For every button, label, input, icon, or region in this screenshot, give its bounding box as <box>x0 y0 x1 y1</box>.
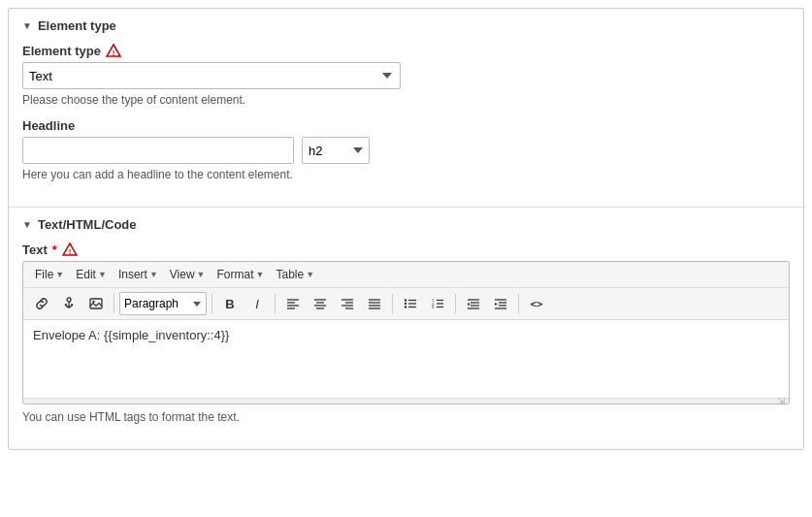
menu-file-arrow: ▼ <box>55 270 64 279</box>
toolbar-anchor-button[interactable] <box>56 292 81 315</box>
menu-edit-arrow: ▼ <box>98 270 107 279</box>
element-type-hint: Please choose the type of content elemen… <box>22 93 790 107</box>
paragraph-format-select[interactable]: Paragraph Heading 1 Heading 2 Heading 3 … <box>119 292 207 315</box>
toolbar-sep-5 <box>455 294 456 313</box>
text-required-marker: * <box>52 242 57 257</box>
element-type-section-header[interactable]: ▼ Element type <box>22 18 790 33</box>
resize-handle[interactable]: ⇲ <box>777 396 785 406</box>
editor-content[interactable]: Envelope A: {{simple_inventory::4}} <box>23 320 789 398</box>
svg-point-4 <box>67 298 71 302</box>
page-wrapper: ▼ Element type Element type ! Text HTML … <box>8 8 804 450</box>
toolbar-link-button[interactable] <box>29 292 54 315</box>
toolbar-sep-1 <box>114 294 114 313</box>
indent-icon <box>494 298 507 309</box>
toolbar-italic-button[interactable]: I <box>244 292 270 315</box>
align-justify-icon <box>368 298 381 309</box>
menu-insert-arrow: ▼ <box>149 270 158 279</box>
menu-format[interactable]: Format ▼ <box>211 266 271 283</box>
menu-view-arrow: ▼ <box>197 270 206 279</box>
section2-title: Text/HTML/Code <box>38 217 137 232</box>
menu-file[interactable]: File ▼ <box>29 266 70 283</box>
text-section: ▼ Text/HTML/Code Text* ! File <box>9 208 803 449</box>
editor-menubar: File ▼ Edit ▼ Insert ▼ View ▼ <box>23 262 789 288</box>
headline-label: Headline <box>22 118 790 133</box>
svg-point-26 <box>405 299 406 301</box>
headline-row: h1 h2 h3 h4 h5 h6 <box>22 137 790 164</box>
toolbar-outdent-button[interactable] <box>461 292 486 315</box>
toolbar-image-button[interactable] <box>83 292 109 315</box>
toolbar-align-center-button[interactable] <box>308 292 333 315</box>
svg-point-27 <box>405 303 406 305</box>
image-icon <box>89 297 103 310</box>
editor-resize-bar: ⇲ <box>23 398 789 404</box>
element-type-select[interactable]: Text HTML Code Image Table <box>22 62 401 89</box>
outdent-icon <box>467 298 480 309</box>
element-type-label: Element type ! <box>22 43 790 58</box>
element-type-warning-icon: ! <box>106 43 121 58</box>
toolbar-sep-6 <box>518 294 519 313</box>
svg-text:3.: 3. <box>432 305 435 309</box>
toolbar-align-right-button[interactable] <box>335 292 360 315</box>
editor-wrapper: File ▼ Edit ▼ Insert ▼ View ▼ <box>22 261 790 404</box>
menu-edit[interactable]: Edit ▼ <box>70 266 113 283</box>
toolbar-align-justify-button[interactable] <box>362 292 387 315</box>
toolbar-indent-button[interactable] <box>488 292 513 315</box>
toolbar-source-button[interactable]: <> <box>524 292 549 315</box>
svg-point-28 <box>405 306 406 307</box>
section1-toggle-arrow: ▼ <box>22 20 32 31</box>
align-left-icon <box>286 298 300 309</box>
menu-view[interactable]: View ▼ <box>164 266 211 283</box>
text-label-text: Text <box>22 242 48 257</box>
svg-text:!: ! <box>113 48 115 57</box>
link-icon <box>35 297 49 310</box>
svg-point-9 <box>92 301 94 303</box>
svg-marker-42 <box>468 303 471 306</box>
headline-hint: Here you can add a headline to the conte… <box>22 168 790 181</box>
toolbar-sep-2 <box>211 294 212 313</box>
toolbar-ol-button[interactable]: 1. 2. 3. <box>425 292 450 315</box>
align-center-icon <box>313 298 327 309</box>
toolbar-ul-button[interactable] <box>398 292 423 315</box>
headline-field-group: Headline h1 h2 h3 h4 h5 h6 Here you can … <box>22 118 790 181</box>
toolbar-align-left-button[interactable] <box>280 292 306 315</box>
headline-label-text: Headline <box>22 118 75 133</box>
text-hint: You can use HTML tags to format the text… <box>22 410 790 424</box>
text-field-group: Text* ! File ▼ Edit <box>22 242 790 424</box>
element-type-field-group: Element type ! Text HTML Code Image Tabl… <box>22 43 790 107</box>
headline-input[interactable] <box>22 137 294 164</box>
text-label: Text* ! <box>22 242 790 257</box>
editor-toolbar: Paragraph Heading 1 Heading 2 Heading 3 … <box>23 288 789 320</box>
ul-icon <box>404 298 417 309</box>
element-type-label-text: Element type <box>22 44 101 58</box>
toolbar-sep-4 <box>392 294 393 313</box>
toolbar-sep-3 <box>275 294 276 313</box>
svg-text:!: ! <box>68 247 71 256</box>
section2-toggle-arrow: ▼ <box>22 219 32 230</box>
toolbar-bold-button[interactable]: B <box>217 292 243 315</box>
section1-title: Element type <box>38 18 116 33</box>
anchor-icon <box>62 297 76 310</box>
svg-marker-47 <box>495 303 498 306</box>
element-type-section: ▼ Element type Element type ! Text HTML … <box>9 9 803 208</box>
ol-icon: 1. 2. 3. <box>431 298 444 309</box>
headline-tag-select[interactable]: h1 h2 h3 h4 h5 h6 <box>302 137 370 164</box>
menu-format-arrow: ▼ <box>256 270 265 279</box>
menu-table-arrow: ▼ <box>306 270 314 279</box>
text-section-header[interactable]: ▼ Text/HTML/Code <box>22 217 790 232</box>
menu-insert[interactable]: Insert ▼ <box>113 266 164 283</box>
menu-table[interactable]: Table ▼ <box>270 266 320 283</box>
align-right-icon <box>341 298 354 309</box>
text-warning-icon: ! <box>62 242 78 257</box>
